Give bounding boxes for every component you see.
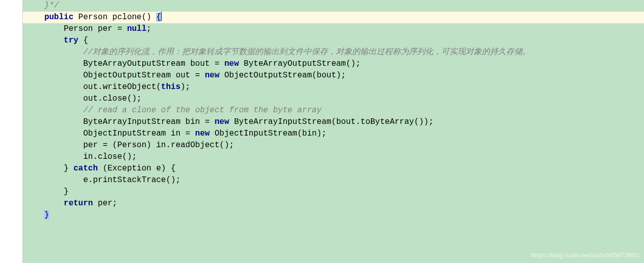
watermark: https://blog.csdn.net/csdn565973850 xyxy=(532,249,639,261)
code-line: } xyxy=(23,209,644,221)
code-line: ByteArrayInputStream bin = new ByteArray… xyxy=(23,116,644,128)
editor-gutter xyxy=(0,0,23,263)
keyword-new: new xyxy=(195,129,210,138)
code-line: // read a clone of the object from the b… xyxy=(23,105,644,116)
code-line: out.writeObject(this); xyxy=(23,81,644,93)
matched-brace: { xyxy=(156,13,161,22)
matched-brace: } xyxy=(44,210,49,220)
code-line: try { xyxy=(23,35,644,47)
code-line: out.close(); xyxy=(23,93,644,105)
comment: // read a clone of the object from the b… xyxy=(25,106,322,115)
code-line: Person per = null; xyxy=(23,23,644,35)
keyword-public: public xyxy=(44,13,73,22)
keyword-this: this xyxy=(161,82,180,92)
text-caret xyxy=(161,12,162,21)
keyword-new: new xyxy=(224,59,239,68)
code-line: in.close(); xyxy=(23,151,644,163)
code-line: ObjectInputStream in = new ObjectInputSt… xyxy=(23,128,644,140)
code-line: return per; xyxy=(23,198,644,209)
keyword-return: return xyxy=(64,199,93,208)
code-line: per = (Person) in.readObject(); xyxy=(23,140,644,151)
keyword-catch: catch xyxy=(73,164,98,173)
keyword-new: new xyxy=(214,117,229,126)
code-line-current: public Person pclone() { xyxy=(23,12,644,23)
keyword-null: null xyxy=(127,24,146,33)
keyword-new: new xyxy=(205,71,219,80)
code-line: ObjectOutputStream out = new ObjectOutpu… xyxy=(23,70,644,81)
code-line: ByteArrayOutputStream bout = new ByteArr… xyxy=(23,58,644,70)
comment: //对象的序列化流，作用：把对象转成字节数据的输出到文件中保存，对象的输出过程称… xyxy=(25,48,531,57)
code-line: } xyxy=(23,186,644,198)
code-line: }*/ xyxy=(23,0,644,12)
code-line: e.printStackTrace(); xyxy=(23,174,644,186)
code-line: //对象的序列化流，作用：把对象转成字节数据的输出到文件中保存，对象的输出过程称… xyxy=(23,47,644,58)
code-line: } catch (Exception e) { xyxy=(23,163,644,174)
code-editor[interactable]: }*/ public Person pclone() { Person per … xyxy=(23,0,644,221)
keyword-try: try xyxy=(64,36,79,45)
